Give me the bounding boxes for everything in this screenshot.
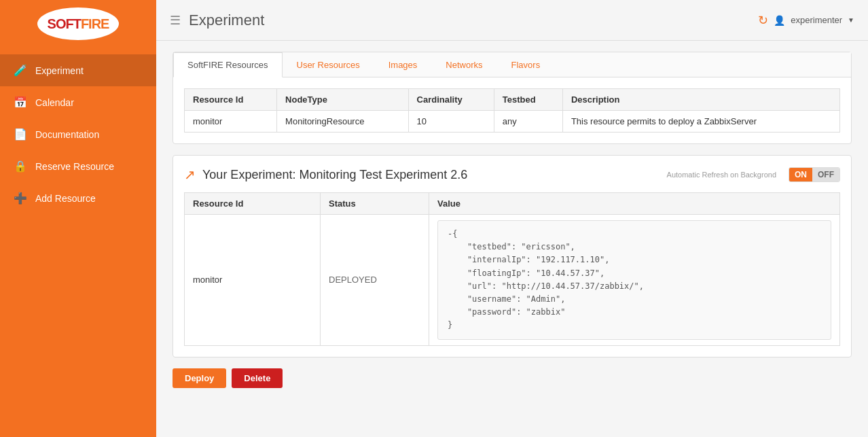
experiment-icon: 🧪 bbox=[14, 64, 27, 77]
cell-cardinality: 10 bbox=[408, 111, 494, 133]
plus-icon: ➕ bbox=[14, 192, 27, 205]
tab-networks[interactable]: Networks bbox=[431, 52, 496, 77]
resources-table: Resource Id NodeType Cardinality Testbed… bbox=[184, 88, 840, 133]
exp-col-value: Value bbox=[429, 193, 840, 215]
cell-description: This resource permits to deploy a Zabbix… bbox=[562, 111, 839, 133]
col-resource-id: Resource Id bbox=[185, 89, 277, 111]
exp-cell-resource-id: monitor bbox=[185, 215, 321, 346]
topbar-right: ↻ 👤 experimenter ▼ bbox=[758, 13, 854, 28]
tab-header: SoftFIRE Resources User Resources Images… bbox=[173, 52, 851, 77]
sidebar-nav: 🧪 Experiment 📅 Calendar 📄 Documentation … bbox=[0, 54, 156, 214]
sidebar-item-label-documentation: Documentation bbox=[35, 129, 99, 140]
col-description: Description bbox=[562, 89, 839, 111]
sidebar-item-calendar[interactable]: 📅 Calendar bbox=[0, 86, 156, 118]
sidebar: SOFTFIRE 🧪 Experiment 📅 Calendar 📄 Docum… bbox=[0, 0, 156, 437]
cell-testbed: any bbox=[494, 111, 562, 133]
toggle-off[interactable]: OFF bbox=[812, 168, 839, 181]
col-node-type: NodeType bbox=[277, 89, 408, 111]
main-content: ☰ Experiment ↻ 👤 experimenter ▼ SoftFIRE… bbox=[156, 0, 868, 437]
user-icon: 👤 bbox=[774, 15, 785, 26]
refresh-icon[interactable]: ↻ bbox=[758, 13, 768, 28]
experiment-title: Your Experiment: Monitoring Test Experim… bbox=[202, 168, 467, 182]
sidebar-item-documentation[interactable]: 📄 Documentation bbox=[0, 118, 156, 150]
exp-cell-status: DEPLOYED bbox=[321, 215, 429, 346]
calendar-icon: 📅 bbox=[14, 96, 27, 109]
exp-cell-value: -{ "testbed": "ericsson", "internalIp": … bbox=[429, 215, 840, 346]
auto-refresh-toggle[interactable]: ON OFF bbox=[789, 167, 840, 182]
sidebar-item-experiment[interactable]: 🧪 Experiment bbox=[0, 54, 156, 86]
logo-soft-text: SOFT bbox=[48, 16, 81, 32]
menu-icon[interactable]: ☰ bbox=[170, 13, 181, 28]
logo-oval: SOFTFIRE bbox=[37, 7, 119, 40]
tab-user-resources[interactable]: User Resources bbox=[283, 52, 374, 77]
table-row: monitor MonitoringResource 10 any This r… bbox=[185, 111, 840, 133]
cell-node-type: MonitoringResource bbox=[277, 111, 408, 133]
action-buttons: Deploy Delete bbox=[173, 368, 852, 388]
delete-button[interactable]: Delete bbox=[232, 368, 283, 388]
topbar: ☰ Experiment ↻ 👤 experimenter ▼ bbox=[156, 0, 868, 41]
sidebar-item-label-calendar: Calendar bbox=[35, 97, 74, 108]
cell-resource-id: monitor bbox=[185, 111, 277, 133]
tab-images[interactable]: Images bbox=[374, 52, 432, 77]
page-title: Experiment bbox=[189, 12, 264, 29]
sidebar-item-label-add: Add Resource bbox=[35, 193, 96, 204]
tab-content: Resource Id NodeType Cardinality Testbed… bbox=[173, 77, 851, 143]
tab-flavors[interactable]: Flavors bbox=[497, 52, 555, 77]
auto-refresh-label: Automatic Refresh on Backgrond bbox=[667, 171, 776, 179]
toggle-on[interactable]: ON bbox=[789, 168, 812, 181]
value-json: -{ "testbed": "ericsson", "internalIp": … bbox=[437, 220, 831, 340]
username: experimenter bbox=[791, 15, 842, 25]
content-area: SoftFIRE Resources User Resources Images… bbox=[156, 41, 868, 437]
documentation-icon: 📄 bbox=[14, 128, 27, 141]
logo-fire-text: FIRE bbox=[81, 16, 109, 32]
experiment-section: ↗ Your Experiment: Monitoring Test Exper… bbox=[173, 155, 852, 357]
logo: SOFTFIRE bbox=[0, 0, 156, 48]
sidebar-item-label-reserve: Reserve Resource bbox=[35, 161, 114, 172]
tab-softfire-resources[interactable]: SoftFIRE Resources bbox=[173, 52, 283, 77]
deploy-button[interactable]: Deploy bbox=[173, 368, 226, 388]
experiment-header: ↗ Your Experiment: Monitoring Test Exper… bbox=[184, 167, 840, 183]
experiment-table: Resource Id Status Value monitor DEPLOYE… bbox=[184, 192, 840, 346]
col-cardinality: Cardinality bbox=[408, 89, 494, 111]
exp-col-status: Status bbox=[321, 193, 429, 215]
sidebar-item-add-resource[interactable]: ➕ Add Resource bbox=[0, 182, 156, 214]
lock-icon: 🔒 bbox=[14, 160, 27, 173]
topbar-left: ☰ Experiment bbox=[170, 12, 264, 29]
exp-table-row: monitor DEPLOYED -{ "testbed": "ericsson… bbox=[185, 215, 840, 346]
external-link-icon[interactable]: ↗ bbox=[184, 167, 196, 183]
user-dropdown-arrow[interactable]: ▼ bbox=[848, 16, 854, 24]
tabs-container: SoftFIRE Resources User Resources Images… bbox=[173, 52, 852, 144]
sidebar-item-reserve-resource[interactable]: 🔒 Reserve Resource bbox=[0, 150, 156, 182]
col-testbed: Testbed bbox=[494, 89, 562, 111]
sidebar-item-label-experiment: Experiment bbox=[35, 65, 84, 76]
exp-col-resource-id: Resource Id bbox=[185, 193, 321, 215]
